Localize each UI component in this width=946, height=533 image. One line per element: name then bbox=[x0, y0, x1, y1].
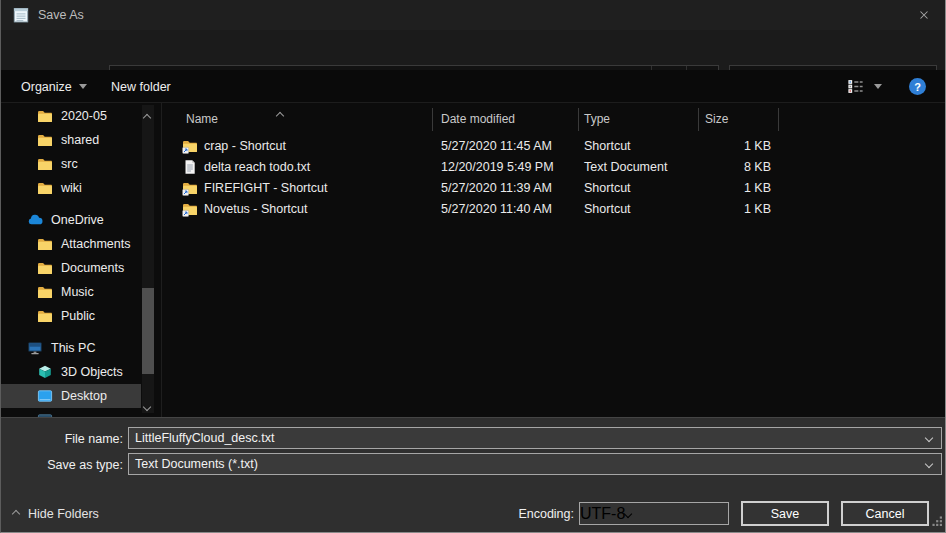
file-size: 1 KB bbox=[651, 202, 771, 216]
sidebar-item-src[interactable]: src bbox=[1, 152, 141, 176]
close-button[interactable] bbox=[909, 4, 939, 26]
file-name-combo[interactable] bbox=[128, 427, 942, 449]
chevron-down-icon[interactable] bbox=[925, 460, 933, 468]
command-toolbar: Organize New folder ? bbox=[1, 70, 945, 103]
chevron-down-icon[interactable] bbox=[925, 434, 933, 442]
folder-icon bbox=[37, 284, 53, 300]
sidebar-item-public[interactable]: Public bbox=[1, 304, 141, 328]
file-row[interactable]: FIREFIGHT - Shortcut5/27/2020 11:39 AMSh… bbox=[161, 178, 945, 199]
chevron-down-icon bbox=[143, 403, 151, 411]
file-type: Shortcut bbox=[584, 139, 631, 153]
change-view-button[interactable] bbox=[846, 70, 882, 103]
encoding-value: UTF-8 bbox=[580, 505, 625, 523]
sort-ascending-icon bbox=[277, 108, 283, 122]
column-header-date[interactable]: Date modified bbox=[441, 112, 515, 126]
file-size: 1 KB bbox=[651, 139, 771, 153]
folder-shortcut-icon bbox=[182, 201, 198, 217]
sidebar-item-this-pc[interactable]: This PC bbox=[1, 336, 141, 360]
save-panel: File name: Save as type: Text Documents … bbox=[1, 417, 945, 533]
scroll-up-button[interactable] bbox=[144, 107, 150, 125]
pc-icon bbox=[27, 340, 43, 356]
new-folder-label: New folder bbox=[111, 80, 171, 94]
file-row[interactable]: delta reach todo.txt12/20/2019 5:49 PMTe… bbox=[161, 157, 945, 178]
save-as-type-label: Save as type: bbox=[5, 458, 123, 472]
title-bar: Save As bbox=[1, 0, 945, 30]
chevron-up-icon bbox=[12, 510, 20, 518]
sidebar-item-3d-objects[interactable]: 3D Objects bbox=[1, 360, 141, 384]
text-doc-icon bbox=[182, 159, 198, 175]
new-folder-button[interactable]: New folder bbox=[111, 70, 171, 103]
save-as-type-value: Text Documents (*.txt) bbox=[129, 457, 926, 471]
folder-icon bbox=[37, 108, 53, 124]
folder-icon bbox=[37, 132, 53, 148]
file-row[interactable]: crap - Shortcut5/27/2020 11:45 AMShortcu… bbox=[161, 136, 945, 157]
chevron-down-icon bbox=[624, 509, 632, 517]
sidebar-item-label: 2020-05 bbox=[61, 109, 107, 123]
chevron-down-icon bbox=[79, 84, 87, 89]
folder-icon bbox=[37, 180, 53, 196]
column-divider[interactable] bbox=[778, 108, 779, 131]
sidebar-item-label: Attachments bbox=[61, 237, 130, 251]
file-size: 1 KB bbox=[651, 181, 771, 195]
resize-grip[interactable] bbox=[932, 513, 943, 531]
cube-icon bbox=[37, 364, 53, 380]
organize-button[interactable]: Organize bbox=[21, 70, 87, 103]
sidebar-item-label: src bbox=[61, 157, 78, 171]
desktop-icon bbox=[37, 388, 53, 404]
column-divider[interactable] bbox=[698, 108, 699, 131]
sidebar-item-label: OneDrive bbox=[51, 213, 104, 227]
help-icon: ? bbox=[909, 78, 926, 95]
file-date: 5/27/2020 11:45 AM bbox=[441, 139, 552, 153]
sidebar-item-2020-05[interactable]: 2020-05 bbox=[1, 104, 141, 128]
file-type: Shortcut bbox=[584, 181, 631, 195]
scroll-down-button[interactable] bbox=[144, 396, 150, 414]
sidebar-item-wiki[interactable]: wiki bbox=[1, 176, 141, 200]
sidebar-item-desktop[interactable]: Desktop bbox=[1, 384, 141, 408]
help-button[interactable]: ? bbox=[909, 70, 926, 103]
file-name-label: File name: bbox=[5, 432, 123, 446]
file-name: FIREFIGHT - Shortcut bbox=[204, 181, 327, 195]
content-area: 2020-05sharedsrcwikiOneDriveAttachmentsD… bbox=[1, 103, 945, 417]
save-as-type-select[interactable]: Text Documents (*.txt) bbox=[128, 453, 942, 475]
sidebar-item-documents[interactable]: Documents bbox=[1, 256, 141, 280]
save-as-dialog: Save As bbox=[0, 0, 946, 533]
folder-icon bbox=[37, 156, 53, 172]
folder-shortcut-icon bbox=[182, 180, 198, 196]
sidebar-tree: 2020-05sharedsrcwikiOneDriveAttachmentsD… bbox=[1, 103, 161, 417]
column-header-name[interactable]: Name bbox=[186, 112, 218, 126]
chevron-down-icon bbox=[874, 84, 882, 89]
sidebar-item-label: Public bbox=[61, 309, 95, 323]
close-icon bbox=[917, 8, 931, 22]
list-header-row: Name Date modified Type Size bbox=[161, 105, 945, 132]
file-date: 12/20/2019 5:49 PM bbox=[441, 160, 554, 174]
sidebar-item-attachments[interactable]: Attachments bbox=[1, 232, 141, 256]
file-name: delta reach todo.txt bbox=[204, 160, 310, 174]
file-name: Novetus - Shortcut bbox=[204, 202, 308, 216]
save-button[interactable]: Save bbox=[741, 501, 829, 526]
encoding-select[interactable]: UTF-8 bbox=[579, 502, 729, 525]
folder-icon bbox=[37, 236, 53, 252]
column-divider[interactable] bbox=[432, 108, 433, 131]
sidebar-item-music[interactable]: Music bbox=[1, 280, 141, 304]
folder-icon bbox=[37, 260, 53, 276]
file-name-input[interactable] bbox=[129, 431, 926, 445]
sidebar-item-partial[interactable] bbox=[1, 408, 141, 417]
sidebar-scrollbar-thumb[interactable] bbox=[142, 288, 154, 374]
file-date: 5/27/2020 11:39 AM bbox=[441, 181, 552, 195]
column-header-type[interactable]: Type bbox=[584, 112, 610, 126]
folder-icon bbox=[37, 308, 53, 324]
file-type: Shortcut bbox=[584, 202, 631, 216]
sidebar-item-label: shared bbox=[61, 133, 99, 147]
sidebar-item-label: This PC bbox=[51, 341, 95, 355]
chevron-up-icon bbox=[143, 114, 151, 122]
column-divider[interactable] bbox=[578, 108, 579, 131]
sidebar-item-onedrive[interactable]: OneDrive bbox=[1, 208, 141, 232]
window-title: Save As bbox=[38, 8, 84, 22]
file-name: crap - Shortcut bbox=[204, 139, 286, 153]
cloud-icon bbox=[27, 212, 43, 228]
sidebar-item-shared[interactable]: shared bbox=[1, 128, 141, 152]
file-row[interactable]: Novetus - Shortcut5/27/2020 11:40 AMShor… bbox=[161, 199, 945, 220]
hide-folders-button[interactable]: Hide Folders bbox=[13, 502, 99, 526]
cancel-button[interactable]: Cancel bbox=[841, 501, 929, 526]
column-header-size[interactable]: Size bbox=[705, 112, 728, 126]
